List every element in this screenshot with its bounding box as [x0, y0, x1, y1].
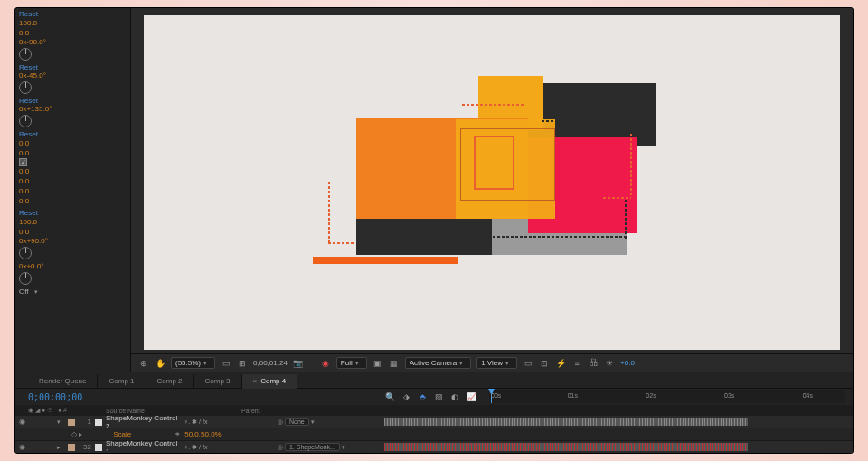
magnify-icon[interactable]: ⊕ — [138, 358, 149, 369]
rotation-value[interactable]: 0x+0.0° — [19, 262, 43, 270]
frame-blend-icon[interactable]: ▧ — [433, 391, 444, 402]
effect-group-3[interactable]: Reset 0x+135.0° — [19, 97, 127, 127]
rotation-value[interactable]: 0x+135.0° — [19, 105, 52, 113]
fast-preview-icon[interactable]: ⚡ — [555, 358, 566, 369]
property-name[interactable]: Scale — [86, 430, 131, 438]
blend-mode-dropdown[interactable]: Off ▾ — [19, 287, 127, 296]
flowchart-icon[interactable]: 品 — [588, 358, 599, 369]
pixel-aspect-icon[interactable]: ⊡ — [539, 358, 550, 369]
reset-link[interactable]: Reset — [19, 63, 38, 71]
comp-mini-flowchart-icon[interactable]: ⬗ — [401, 391, 411, 402]
close-icon[interactable]: × — [253, 377, 258, 385]
value[interactable]: 0.0 — [19, 176, 127, 186]
composition-viewer[interactable] — [144, 15, 840, 350]
channels-icon[interactable]: ◉ — [320, 358, 331, 369]
layer-name[interactable]: ShapeMonkey Control 1 — [106, 439, 180, 454]
hand-icon[interactable]: ✋ — [155, 358, 165, 369]
grid-icon[interactable]: ⊞ — [237, 358, 248, 369]
rotation-value[interactable]: 0x-45.0° — [19, 71, 46, 80]
value[interactable]: 0.0 — [19, 227, 127, 237]
value[interactable]: 0.0 — [19, 186, 127, 196]
effect-controls-panel[interactable]: Reset 100.0 0.0 0x-90.0° Reset 0x-45.0° … — [15, 8, 131, 372]
ruler-tick: 01s — [568, 392, 578, 399]
rotation-dial[interactable] — [19, 48, 32, 61]
layer-switches[interactable]: ♀. ✱ / fx — [184, 444, 274, 451]
value[interactable]: 0.0 — [19, 166, 127, 176]
ruler-tick: 02s — [646, 392, 656, 399]
constrain-icon[interactable]: ⚭ — [175, 430, 181, 438]
value[interactable]: 0.0 — [19, 28, 127, 38]
tab-comp-1[interactable]: Comp 1 — [98, 374, 146, 388]
label-color[interactable] — [68, 444, 75, 451]
dropdown-label: Off — [19, 287, 29, 296]
resolution-dropdown[interactable]: Full — [336, 357, 367, 369]
effect-group-1[interactable]: Reset 100.0 0.0 0x-90.0° — [19, 10, 127, 61]
layer-row[interactable]: ◉ ▾ 1 ShapeMonkey Control 2 ♀. ✱ / fx ◎ … — [15, 416, 853, 428]
layer-row[interactable]: ◉ ▸ 32 ShapeMonkey Control 1 ♀. ✱ / fx ◎… — [15, 441, 853, 453]
value[interactable]: 100.0 — [19, 217, 127, 227]
layer-switches[interactable]: ♀. ✱ / fx — [184, 419, 274, 426]
col-parent: Parent — [241, 408, 377, 414]
timeline-icon[interactable]: ≡ — [571, 358, 582, 369]
graph-editor-icon[interactable]: 📈 — [466, 391, 476, 402]
layer-duration-bar[interactable] — [384, 443, 748, 451]
tab-comp-2[interactable]: Comp 2 — [146, 374, 194, 388]
value[interactable]: 0.0 — [19, 138, 127, 148]
motion-blur-icon[interactable]: ◐ — [449, 391, 460, 402]
exposure-reset-icon[interactable]: ☀ — [604, 358, 615, 369]
search-icon[interactable]: 🔍 — [384, 391, 395, 402]
visibility-toggle[interactable]: ◉ — [19, 443, 28, 451]
effect-group-2[interactable]: Reset 0x-45.0° — [19, 63, 127, 94]
effect-group-5[interactable]: Reset 100.0 0.0 0x+90.0° — [19, 209, 127, 259]
views-dropdown[interactable]: 1 View — [476, 357, 517, 369]
layer-name[interactable]: ShapeMonkey Control 2 — [106, 416, 180, 430]
timeline-header-left: 0;00;00;00 — [15, 392, 377, 402]
effect-group-6[interactable]: 0x+0.0° — [19, 262, 127, 285]
rotation-value[interactable]: 0x+90.0° — [19, 237, 48, 245]
parent-dropdown[interactable]: ◎ 1. ShapeMonk...▾ — [278, 443, 377, 451]
value[interactable]: 0.0 — [19, 148, 127, 158]
time-ruler[interactable]: 00s 01s 02s 03s 04s — [489, 390, 845, 403]
region-icon[interactable]: ▣ — [373, 358, 383, 369]
tab-comp-4[interactable]: ×Comp 4 — [242, 374, 298, 389]
parent-dropdown[interactable]: ◎ None▾ — [278, 418, 377, 426]
current-timecode[interactable]: 0;00;00;00 — [28, 392, 82, 402]
current-time[interactable]: 0;00;01;24 — [253, 359, 288, 367]
composition-artwork — [320, 83, 664, 282]
resolution-icon[interactable]: ▭ — [221, 358, 231, 369]
visibility-toggle[interactable]: ◉ — [19, 418, 28, 426]
value[interactable]: 100.0 — [19, 18, 127, 28]
exposure-value[interactable]: +0.0 — [620, 359, 635, 367]
tab-comp-3[interactable]: Comp 3 — [194, 374, 242, 388]
effect-group-4[interactable]: Reset 0.0 0.0 ✓ 0.0 0.0 0.0 0.0 — [19, 130, 127, 206]
snapshot-icon[interactable]: 📷 — [293, 358, 304, 369]
layer-duration-bar[interactable] — [384, 418, 748, 426]
rotation-dial[interactable] — [19, 247, 32, 259]
property-value[interactable]: 50.0,50.0% — [184, 430, 221, 438]
layer-type-icon — [95, 444, 102, 451]
rotation-value[interactable]: 0x-90.0° — [19, 38, 46, 46]
camera-dropdown[interactable]: Active Camera — [405, 357, 471, 369]
rotation-dial[interactable] — [19, 81, 32, 94]
timeline-panel: Render Queue Comp 1 Comp 2 Comp 3 ×Comp … — [15, 372, 853, 453]
zoom-dropdown[interactable]: (55.5%) — [171, 357, 215, 369]
reset-link[interactable]: Reset — [19, 130, 38, 138]
reset-link[interactable]: Reset — [19, 209, 38, 217]
view-options-icon[interactable]: ▭ — [523, 358, 533, 369]
rotation-dial[interactable] — [19, 115, 32, 127]
reset-link[interactable]: Reset — [19, 97, 38, 105]
value[interactable]: 0.0 — [19, 196, 127, 206]
label-color[interactable] — [68, 419, 75, 426]
checkbox[interactable]: ✓ — [19, 158, 27, 166]
transparency-grid-icon[interactable]: ▦ — [389, 358, 400, 369]
ruler-tick: 04s — [803, 392, 813, 399]
tab-render-queue[interactable]: Render Queue — [28, 374, 98, 388]
rotation-dial[interactable] — [19, 272, 32, 285]
ruler-tick: 00s — [491, 392, 501, 399]
twirl-icon[interactable]: ▸ — [57, 444, 64, 451]
twirl-icon[interactable]: ▾ — [57, 419, 64, 426]
col-source-name[interactable]: Source Name — [106, 408, 241, 414]
preview-toolbar: ⊕ ✋ (55.5%) ▭ ⊞ 0;00;01;24 📷 ◉ Full ▣ ▦ … — [131, 353, 853, 372]
reset-link[interactable]: Reset — [19, 10, 38, 18]
shy-icon[interactable]: ⬘ — [417, 391, 428, 402]
